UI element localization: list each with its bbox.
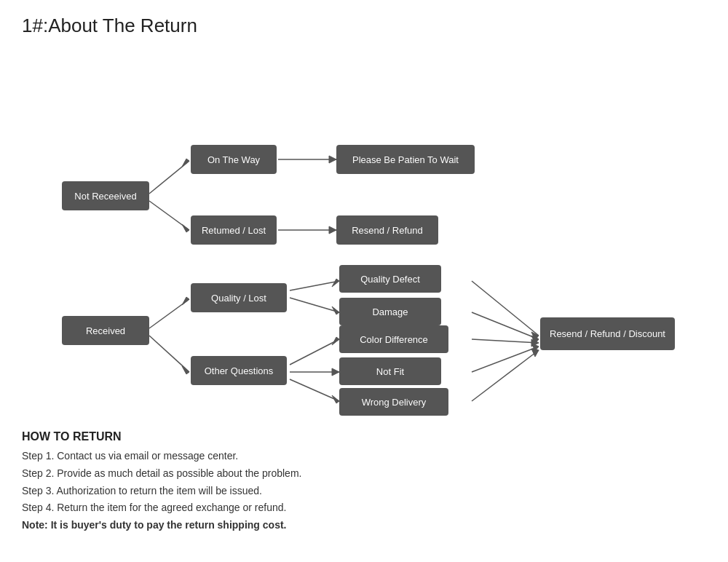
svg-line-22: [472, 281, 539, 336]
svg-line-2: [149, 201, 189, 230]
svg-marker-23: [531, 332, 539, 340]
svg-marker-21: [332, 395, 339, 403]
box-returned-lost: Retumed / Lost: [191, 215, 277, 245]
step4: Step 4. Return the item for the agreed e…: [22, 499, 706, 517]
svg-marker-1: [182, 159, 189, 167]
box-not-received: Not Receeived: [62, 181, 149, 210]
svg-marker-5: [329, 156, 336, 163]
box-quality-lost: Quality / Lost: [191, 283, 287, 312]
svg-marker-13: [332, 279, 339, 287]
svg-marker-25: [531, 336, 539, 344]
svg-line-0: [149, 161, 189, 194]
svg-marker-31: [531, 349, 539, 357]
svg-line-8: [149, 299, 189, 328]
svg-marker-19: [332, 368, 339, 376]
svg-marker-29: [531, 343, 539, 351]
svg-marker-11: [182, 366, 189, 374]
box-on-the-way: On The Way: [191, 145, 277, 174]
svg-marker-15: [332, 306, 339, 314]
box-not-fit: Not Fit: [339, 357, 441, 385]
box-wrong-delivery: Wrong Delivery: [339, 388, 448, 416]
svg-line-14: [290, 298, 339, 312]
box-color-difference: Color Difference: [339, 325, 448, 353]
how-to-return-heading: HOW TO RETURN: [22, 430, 706, 443]
svg-line-26: [472, 339, 539, 343]
how-to-return-section: HOW TO RETURN Step 1. Contact us via ema…: [22, 430, 706, 534]
diagram-area: Not Receeived On The Way Retumed / Lost …: [22, 59, 721, 416]
note: Note: It is buyer's duty to pay the retu…: [22, 517, 706, 534]
page-title: 1#:About The Return: [22, 15, 706, 37]
svg-line-10: [149, 336, 189, 372]
svg-line-28: [472, 347, 539, 372]
step3: Step 3. Authorization to return the item…: [22, 483, 706, 500]
svg-line-16: [290, 339, 339, 365]
svg-line-20: [290, 379, 339, 401]
svg-marker-17: [332, 337, 339, 345]
svg-marker-3: [182, 224, 189, 232]
svg-marker-7: [329, 226, 336, 234]
box-resend-refund: Resend / Refund: [336, 215, 438, 245]
box-damage: Damage: [339, 298, 441, 325]
box-please-wait: Please Be Patien To Wait: [336, 145, 475, 174]
box-resend-refund-discount: Resend / Refund / Discount: [540, 317, 675, 350]
svg-line-30: [472, 350, 539, 401]
box-received: Received: [62, 316, 149, 345]
svg-marker-9: [182, 297, 189, 305]
svg-line-12: [290, 281, 339, 290]
svg-line-24: [472, 312, 539, 339]
step2: Step 2. Provide as much detail as possib…: [22, 465, 706, 483]
box-other-questions: Other Questions: [191, 356, 287, 385]
step1: Step 1. Contact us via email or message …: [22, 448, 706, 465]
box-quality-defect: Quality Defect: [339, 265, 441, 293]
svg-marker-27: [531, 339, 539, 347]
